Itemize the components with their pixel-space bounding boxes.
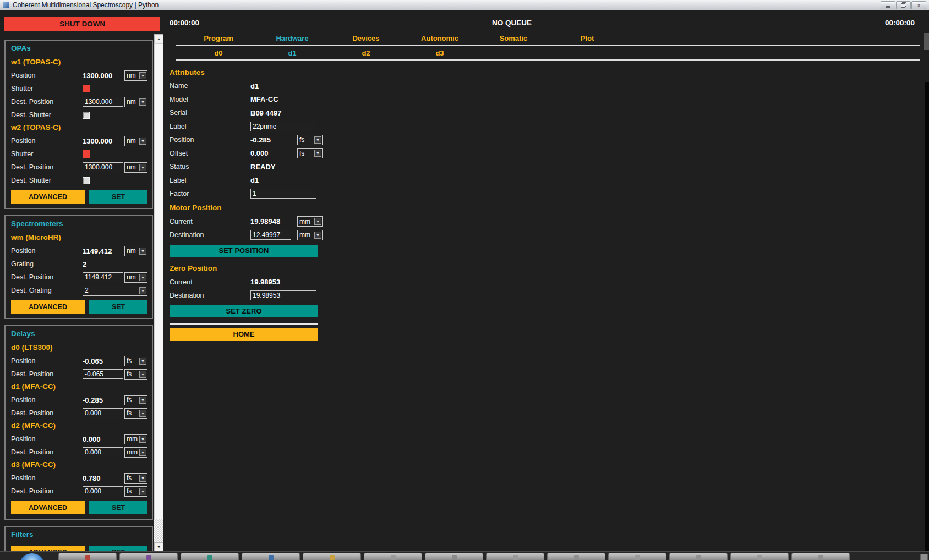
chevron-down-icon[interactable]: ▼	[139, 475, 146, 482]
taskbar-button[interactable]	[58, 553, 117, 560]
units-combo[interactable]: mm▼	[297, 230, 323, 240]
taskbar-button[interactable]	[608, 553, 666, 560]
taskbar-button[interactable]	[119, 553, 178, 560]
units-combo[interactable]: nm▼	[124, 162, 147, 173]
taskbar-button[interactable]	[730, 553, 789, 560]
chevron-down-icon[interactable]: ▼	[139, 72, 146, 79]
chevron-down-icon[interactable]: ▼	[139, 164, 146, 171]
dest-position-input[interactable]	[83, 369, 123, 379]
subtab-d2[interactable]: d2	[329, 49, 403, 57]
advanced-button[interactable]: ADVANCED	[11, 546, 85, 551]
show-desktop-button[interactable]	[920, 554, 928, 560]
subtab-d0[interactable]: d0	[182, 49, 255, 57]
position-value: 1300.000	[83, 137, 123, 145]
set-position-button[interactable]: SET POSITION	[170, 245, 318, 257]
units-combo[interactable]: nm▼	[124, 272, 147, 283]
dest-position-input[interactable]	[83, 447, 123, 457]
dest-position-input[interactable]	[83, 486, 123, 496]
dest-position-input[interactable]	[83, 97, 123, 107]
units-combo[interactable]: fs▼	[124, 473, 147, 484]
destination-input[interactable]	[250, 290, 316, 300]
tab-hardware[interactable]: Hardware	[255, 34, 329, 42]
taskbar-button[interactable]	[364, 553, 422, 560]
dest-position-input[interactable]	[83, 408, 123, 418]
units-combo[interactable]: nm▼	[124, 136, 147, 146]
chevron-down-icon[interactable]: ▼	[139, 410, 146, 417]
chevron-down-icon[interactable]: ▼	[139, 287, 146, 294]
taskbar-button[interactable]	[181, 553, 239, 560]
chevron-down-icon[interactable]: ▼	[139, 248, 146, 255]
taskbar-button[interactable]	[486, 553, 544, 560]
chevron-down-icon[interactable]: ▼	[139, 449, 146, 456]
taskbar-button[interactable]	[547, 553, 605, 560]
taskbar-button[interactable]	[303, 553, 361, 560]
units-combo[interactable]: nm▼	[124, 246, 147, 256]
units-combo[interactable]: nm▼	[124, 97, 147, 107]
tab-devices[interactable]: Devices	[329, 34, 403, 42]
subtab-d1[interactable]: d1	[255, 49, 329, 57]
chevron-down-icon[interactable]: ▼	[314, 218, 321, 225]
chevron-down-icon[interactable]: ▼	[314, 232, 321, 239]
chevron-down-icon[interactable]: ▼	[139, 488, 146, 495]
chevron-down-icon[interactable]: ▼	[139, 358, 146, 365]
tab-autonomic[interactable]: Autonomic	[403, 34, 477, 42]
advanced-button[interactable]: ADVANCED	[11, 300, 85, 314]
units-combo[interactable]: mm▼	[124, 447, 147, 458]
set-zero-button[interactable]: SET ZERO	[170, 305, 318, 317]
taskbar-button[interactable]	[425, 553, 483, 560]
label-input[interactable]	[250, 122, 316, 131]
units-combo[interactable]: mm▼	[124, 434, 147, 444]
taskbar-button[interactable]	[242, 553, 300, 560]
restore-button[interactable]	[896, 1, 911, 9]
sidebar-scrollbar[interactable]: ▲ ▼	[154, 34, 163, 551]
units-combo-value: fs	[125, 474, 139, 482]
tab-program[interactable]: Program	[182, 34, 255, 42]
chevron-down-icon[interactable]: ▼	[314, 136, 321, 144]
chevron-down-icon[interactable]: ▼	[139, 274, 146, 281]
scroll-down-icon[interactable]: ▼	[154, 542, 163, 551]
section-buttons: ADVANCEDSET	[11, 501, 147, 514]
units-combo[interactable]: mm▼	[297, 216, 323, 227]
chevron-down-icon[interactable]: ▼	[314, 150, 321, 157]
units-combo[interactable]: 2▼	[83, 286, 147, 296]
units-combo[interactable]: fs▼	[124, 356, 147, 366]
close-button[interactable]: x	[911, 1, 926, 9]
chevron-down-icon[interactable]: ▼	[139, 98, 146, 106]
scrollbar-thumb[interactable]	[154, 43, 163, 519]
tab-plot[interactable]: Plot	[550, 34, 624, 42]
taskbar-button[interactable]	[791, 553, 850, 560]
units-combo[interactable]: fs▼	[297, 148, 323, 158]
dest-shutter-checkbox[interactable]	[83, 177, 90, 184]
chevron-down-icon[interactable]: ▼	[139, 397, 146, 404]
remaining-time: 00:00:00	[885, 19, 915, 27]
set-button[interactable]: SET	[89, 501, 147, 514]
queue-status: NO QUEUE	[165, 19, 859, 27]
chevron-down-icon[interactable]: ▼	[139, 138, 146, 145]
units-combo[interactable]: nm▼	[124, 70, 147, 81]
set-button[interactable]: SET	[89, 190, 147, 204]
dest-shutter-checkbox[interactable]	[83, 112, 90, 119]
start-button[interactable]	[20, 553, 44, 560]
home-button[interactable]: HOME	[170, 328, 318, 341]
units-combo[interactable]: fs▼	[124, 395, 147, 405]
taskbar-button[interactable]	[669, 553, 728, 560]
minimize-button[interactable]	[881, 1, 895, 9]
units-combo[interactable]: fs▼	[124, 369, 147, 380]
advanced-button[interactable]: ADVANCED	[11, 501, 85, 514]
units-combo[interactable]: fs▼	[124, 408, 147, 419]
set-button[interactable]: SET	[89, 300, 147, 314]
set-button[interactable]: SET	[89, 546, 147, 551]
advanced-button[interactable]: ADVANCED	[11, 190, 85, 204]
units-combo[interactable]: fs▼	[297, 135, 323, 145]
destination-input[interactable]	[250, 230, 291, 240]
dest-position-input[interactable]	[83, 162, 123, 172]
units-combo[interactable]: fs▼	[124, 486, 147, 497]
factor-input[interactable]	[250, 189, 316, 199]
scroll-up-icon[interactable]: ▲	[154, 34, 163, 43]
tab-somatic[interactable]: Somatic	[477, 34, 550, 42]
chevron-down-icon[interactable]: ▼	[139, 371, 146, 378]
subtab-d3[interactable]: d3	[403, 49, 477, 57]
chevron-down-icon[interactable]: ▼	[139, 436, 146, 443]
shutdown-button[interactable]: SHUT DOWN	[4, 17, 160, 31]
dest-position-input[interactable]	[83, 272, 123, 282]
